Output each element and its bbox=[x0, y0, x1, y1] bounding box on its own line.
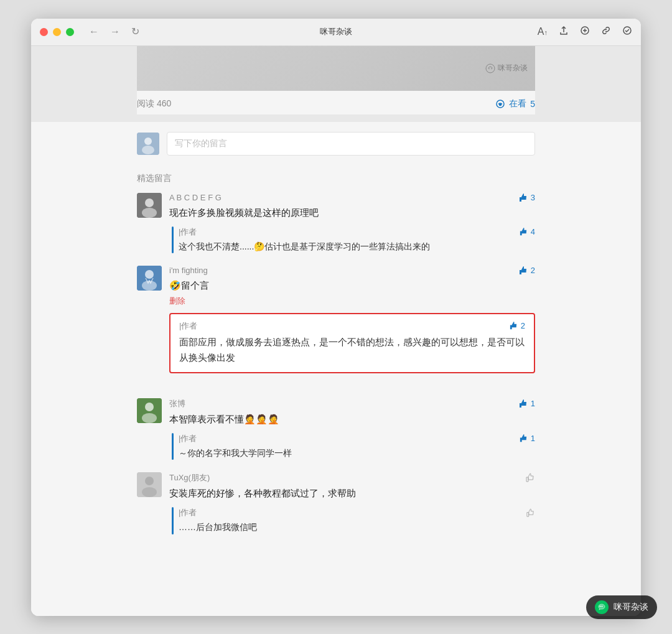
svg-point-8 bbox=[144, 138, 152, 145]
reply-content: |作者 1 ～你的名字和我大学同学一样 bbox=[179, 433, 535, 460]
svg-point-21 bbox=[142, 487, 157, 497]
traffic-lights bbox=[40, 28, 74, 36]
comment-header: i'm fighting 2 bbox=[169, 266, 535, 276]
browser-window: ← → ↻ 咪哥杂谈 A↑ bbox=[31, 19, 641, 616]
comment-username: A B C D E F G bbox=[169, 193, 222, 202]
comment-like-button[interactable] bbox=[525, 473, 535, 483]
branding-label: 咪哥杂谈 bbox=[614, 602, 648, 613]
toolbar-actions: A↑ bbox=[538, 26, 632, 38]
font-size-icon[interactable]: A↑ bbox=[538, 26, 548, 37]
banner-image: 咪哥杂谈 bbox=[137, 46, 535, 91]
comment-item: TuXg(朋友) 安装库死的好惨，各种教程都试过了，求帮助 |作者 bbox=[137, 472, 535, 534]
close-button[interactable] bbox=[40, 28, 48, 36]
refresh-button[interactable]: ↻ bbox=[129, 26, 142, 38]
maximize-button[interactable] bbox=[66, 28, 74, 36]
reply-like-button[interactable]: 1 bbox=[519, 434, 535, 443]
reply-bar bbox=[172, 507, 174, 534]
reply-author: |作者 bbox=[179, 226, 197, 238]
reply-bar bbox=[172, 226, 174, 253]
comment-input-field[interactable]: 写下你的留言 bbox=[167, 132, 535, 156]
comment-username: 张博 bbox=[169, 398, 185, 409]
comment-body: i'm fighting 2 🤣留个言 删除 |作者 bbox=[169, 266, 535, 373]
reply-author: |作者 bbox=[179, 433, 197, 444]
reply-content: |作者 ……后台加我微信吧 bbox=[179, 507, 535, 534]
svg-point-4 bbox=[491, 68, 492, 69]
comment-username: TuXg(朋友) bbox=[169, 472, 210, 483]
comment-input-box: 写下你的留言 bbox=[137, 132, 535, 156]
avatar bbox=[137, 266, 162, 291]
comment-text: 安装库死的好惨，各种教程都试过了，求帮助 bbox=[169, 486, 535, 501]
stats-row: 阅读 460 在看 5 bbox=[137, 91, 535, 114]
avatar bbox=[137, 193, 162, 218]
minimize-button[interactable] bbox=[53, 28, 61, 36]
svg-point-17 bbox=[145, 403, 154, 411]
svg-point-18 bbox=[142, 413, 157, 423]
svg-point-20 bbox=[145, 477, 154, 485]
wechat-icon bbox=[595, 600, 609, 614]
comment-username: i'm fighting bbox=[169, 266, 208, 275]
comments-list: A B C D E F G 3 现在许多换脸视频就是这样的原理吧 |作者 bbox=[137, 193, 535, 572]
reply-header: |作者 bbox=[179, 507, 535, 518]
comment-header: A B C D E F G 3 bbox=[169, 193, 535, 203]
watching-count: 在看 5 bbox=[495, 98, 535, 110]
svg-point-12 bbox=[142, 208, 157, 218]
reply-text: 这个我也不清楚......🤔估计也是基于深度学习的一些算法搞出来的 bbox=[179, 240, 535, 253]
comment-header: 张博 1 bbox=[169, 398, 535, 409]
reply-author: |作者 bbox=[179, 320, 197, 332]
comment-body: A B C D E F G 3 现在许多换脸视频就是这样的原理吧 |作者 bbox=[169, 193, 535, 253]
svg-point-3 bbox=[488, 68, 490, 69]
reply-content: |作者 4 这个我也不清楚......🤔估计也是基于深度学习的一些算法搞出来的 bbox=[179, 226, 535, 253]
comment-like-button[interactable]: 3 bbox=[518, 193, 535, 203]
back-button[interactable]: ← bbox=[86, 26, 101, 38]
link-icon[interactable] bbox=[601, 26, 611, 38]
reply-item: |作者 1 ～你的名字和我大学同学一样 bbox=[172, 433, 535, 460]
comment-body: 张博 1 本智障表示看不懂🤦🤦🤦 |作者 bbox=[169, 398, 535, 460]
comment-text: 现在许多换脸视频就是这样的原理吧 bbox=[169, 205, 535, 220]
banner-watermark: 咪哥杂谈 bbox=[485, 63, 528, 73]
comment-item: 张博 1 本智障表示看不懂🤦🤦🤦 |作者 bbox=[137, 398, 535, 460]
reply-like-button[interactable] bbox=[526, 508, 535, 518]
svg-point-11 bbox=[145, 198, 154, 207]
comment-body: TuXg(朋友) 安装库死的好惨，各种教程都试过了，求帮助 |作者 bbox=[169, 472, 535, 534]
reply-header: |作者 1 bbox=[179, 433, 535, 444]
reply-text: ～你的名字和我大学同学一样 bbox=[179, 446, 535, 460]
svg-point-6 bbox=[500, 103, 502, 105]
reply-text: ……后台加我微信吧 bbox=[179, 520, 535, 534]
reply-like-button[interactable]: 4 bbox=[519, 227, 535, 236]
share-icon[interactable] bbox=[559, 26, 569, 38]
check-icon[interactable] bbox=[622, 26, 632, 38]
avatar bbox=[137, 472, 162, 497]
reply-author: |作者 bbox=[179, 507, 197, 518]
comment-like-button[interactable]: 2 bbox=[518, 266, 535, 276]
nav-controls: ← → ↻ bbox=[86, 26, 142, 38]
reply-header: |作者 4 bbox=[179, 226, 535, 238]
reader-icon[interactable] bbox=[580, 26, 590, 38]
page-title: 咪哥杂谈 bbox=[320, 26, 352, 37]
reply-item: |作者 4 这个我也不清楚......🤔估计也是基于深度学习的一些算法搞出来的 bbox=[172, 226, 535, 253]
svg-point-9 bbox=[142, 146, 154, 154]
comment-item: A B C D E F G 3 现在许多换脸视频就是这样的原理吧 |作者 bbox=[137, 193, 535, 253]
read-count: 阅读 460 bbox=[137, 98, 171, 110]
reply-item: |作者 ……后台加我微信吧 bbox=[172, 507, 535, 534]
forward-button[interactable]: → bbox=[108, 26, 123, 38]
avatar bbox=[137, 398, 162, 423]
reply-bar bbox=[172, 433, 174, 460]
svg-point-2 bbox=[486, 64, 495, 73]
svg-point-14 bbox=[145, 270, 154, 279]
comment-text: 本智障表示看不懂🤦🤦🤦 bbox=[169, 412, 535, 427]
highlighted-reply: |作者 2 面部应用，做成服务去追逐热点，是一个不错的想法，感兴趣的可以想想，是… bbox=[169, 313, 535, 373]
comment-input-area: 写下你的留言 bbox=[137, 122, 535, 168]
comment-header: TuXg(朋友) bbox=[169, 472, 535, 483]
reply-text: 面部应用，做成服务去追逐热点，是一个不错的想法，感兴趣的可以想想，是否可以从换头… bbox=[179, 334, 525, 366]
content-area: 咪哥杂谈 阅读 460 在看 5 bbox=[31, 46, 641, 616]
banner-area: 咪哥杂谈 阅读 460 在看 5 bbox=[31, 46, 641, 122]
reply-header: |作者 2 bbox=[179, 320, 525, 332]
bottom-branding: 咪哥杂谈 bbox=[586, 595, 657, 619]
comment-like-button[interactable]: 1 bbox=[518, 399, 535, 409]
delete-button[interactable]: 删除 bbox=[169, 296, 535, 307]
titlebar: ← → ↻ 咪哥杂谈 A↑ bbox=[31, 19, 641, 46]
svg-point-15 bbox=[142, 281, 157, 291]
reply-like-button[interactable]: 2 bbox=[509, 321, 525, 330]
comment-text: 🤣留个言 bbox=[169, 278, 535, 293]
comment-item: i'm fighting 2 🤣留个言 删除 |作者 bbox=[137, 266, 535, 373]
